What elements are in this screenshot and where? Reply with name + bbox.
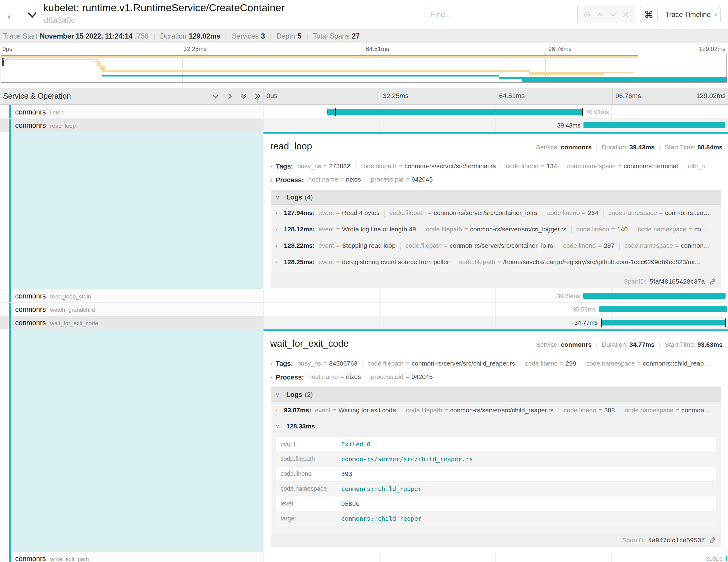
logs-header[interactable]: ∨Logs(4): [271, 190, 721, 205]
tags-row[interactable]: › Tags: busy_ns=273882code.filepath=conm…: [270, 162, 723, 170]
tags-row[interactable]: › Tags: busy_ns=34506763code.filepath=co…: [270, 360, 723, 368]
link-icon[interactable]: [709, 278, 716, 285]
span-row-listen: conmonrslisten 70.91ms: [0, 105, 728, 119]
minimap-span-block: [499, 77, 726, 79]
log-timestamp: 127.94ms:: [284, 209, 315, 216]
collapse-trace-header-button[interactable]: [27, 12, 38, 20]
expand-one-icon[interactable]: [226, 92, 234, 100]
field-separator: [421, 225, 421, 233]
field-separator: [542, 209, 542, 217]
span-bar[interactable]: [583, 122, 725, 128]
find-input[interactable]: [425, 6, 577, 23]
log-entry-expanded[interactable]: ∨128.33ms: [271, 418, 721, 434]
field-separator: [603, 209, 604, 217]
log-entry[interactable]: ›127.94ms:event=Read 4 bytescode.filepat…: [271, 205, 721, 221]
trace-minimap[interactable]: [1, 54, 727, 83]
span-name-cell[interactable]: conmonrswatch_grandchild: [0, 303, 264, 316]
process-row[interactable]: › Process: host.name=nixosprocess.pid=94…: [270, 373, 723, 381]
span-timeline-cell[interactable]: 39.43ms: [264, 119, 728, 132]
field-key: host.name: [308, 373, 338, 380]
keyboard-shortcuts-button[interactable]: ⌘: [640, 6, 658, 23]
command-icon: ⌘: [644, 9, 654, 20]
span-timeline-cell[interactable]: 39.69ms: [264, 289, 728, 303]
collapse-all-icon[interactable]: [240, 92, 248, 100]
span-name-cell[interactable]: conmonrslisten: [0, 105, 264, 119]
process-list: host.name=nixosprocess.pid=942045: [308, 176, 433, 184]
column-resizer-handle[interactable]: [257, 97, 262, 103]
equals-sign: =: [336, 258, 340, 266]
log-fields: event=Stopping read loopcode.filepath=co…: [318, 242, 710, 250]
field-key: process.pid: [371, 373, 403, 380]
service-name: conmonrs: [15, 108, 46, 116]
log-marker: [601, 318, 602, 327]
back-button[interactable]: ←: [0, 0, 24, 29]
field-key: code.filepath: [367, 360, 403, 367]
span-bar[interactable]: [726, 556, 727, 561]
span-bar[interactable]: [327, 109, 583, 115]
total-spans-label: Total Spans: [313, 32, 349, 40]
chevron-right-icon: ›: [270, 360, 272, 367]
log-entry[interactable]: ›128.22ms:event=Stopping read loopcode.f…: [271, 237, 721, 254]
timeline-table-header: Service & Operation 0μs 32.25ms 64.51ms …: [0, 88, 728, 105]
span-name-cell[interactable]: conmonrsread_loop_stdin: [0, 289, 264, 303]
span-timeline-cell[interactable]: 34.77ms: [264, 316, 728, 329]
log-timestamp: 93.87ms:: [284, 407, 311, 414]
link-icon[interactable]: [709, 536, 716, 544]
field-value: conmonrs::terminal: [624, 162, 678, 169]
process-label: Process:: [276, 373, 304, 381]
tags-list: busy_ns=273882code.filepath=conmon-rs/se…: [297, 162, 711, 170]
spanid-row: SpanID: 4a947cfd1ce59537: [271, 533, 721, 547]
logs-header[interactable]: ∨Logs(2): [271, 388, 721, 402]
field-value: deregistering event source from poller: [342, 258, 449, 266]
log-entry[interactable]: ›128.25ms:event=deregistering event sour…: [271, 254, 721, 270]
span-name-cell[interactable]: conmonrswrite_exit_path: [0, 552, 264, 562]
span-bar[interactable]: [583, 293, 726, 299]
field-key: code.namespace: [624, 242, 673, 249]
log-entry[interactable]: ›93.87ms:event=Waiting for exit codecode…: [271, 402, 721, 418]
span-row-wait-for-exit-code: conmonrswait_for_exit_code 34.77ms: [0, 316, 728, 329]
log-marker: [582, 108, 583, 116]
equals-sign: =: [340, 373, 344, 380]
equals-sign: =: [428, 209, 431, 216]
close-icon[interactable]: [622, 11, 629, 18]
span-timeline-cell[interactable]: 35.58ms: [264, 303, 728, 316]
field-key: code.lineno: [563, 242, 596, 249]
minimap-span-block: [1, 56, 638, 58]
log-marker: [328, 108, 328, 116]
target-icon[interactable]: [583, 11, 591, 19]
view-dropdown[interactable]: Trace Timeline ∨: [662, 6, 721, 23]
minimap-span-block: [100, 66, 105, 70]
equals-sign: =: [336, 242, 340, 249]
duration-label: 34.77ms: [574, 319, 598, 326]
log-field-key: code.lineno: [281, 470, 341, 478]
minimap-span-block: [97, 62, 101, 66]
span-bar[interactable]: [599, 306, 727, 312]
field-key: code.filepath: [360, 162, 396, 169]
span-bar[interactable]: [601, 320, 726, 325]
timeline-tick: 32.25ms: [383, 92, 408, 100]
minimap-tick: 129.02ms: [699, 46, 726, 53]
chevron-up-icon[interactable]: [597, 11, 604, 18]
field-key: busy_ns: [297, 162, 321, 169]
span-timeline-cell[interactable]: 303μs: [264, 552, 728, 562]
log-field-value: conmonrs::child_reaper: [341, 515, 422, 522]
field-value: 140: [617, 226, 628, 233]
span-name-cell[interactable]: conmonrsread_loop: [0, 119, 264, 132]
total-spans-value: 27: [352, 32, 360, 40]
span-name-cell[interactable]: conmonrswait_for_exit_code: [0, 316, 264, 329]
field-separator: [620, 406, 620, 414]
equals-sign: =: [560, 360, 563, 367]
field-key: code.namespace: [608, 209, 657, 216]
equals-sign: =: [598, 242, 601, 249]
collapse-one-icon[interactable]: [212, 92, 220, 100]
process-row[interactable]: › Process: host.name=nixosprocess.pid=94…: [270, 176, 723, 184]
field-value: conmon-rs/server/src/terminal.rs: [404, 162, 496, 169]
span-title: read_loop: [270, 141, 536, 152]
chevron-down-icon[interactable]: [609, 11, 617, 18]
log-fields: event=deregistering event source from po…: [318, 258, 701, 266]
field-key: code.namespace: [625, 407, 673, 414]
equals-sign: =: [336, 209, 340, 216]
log-entry[interactable]: ›128.12ms:event=Wrote log line of length…: [271, 221, 721, 237]
chevron-right-icon: ›: [270, 163, 272, 170]
span-timeline-cell[interactable]: 70.91ms: [264, 105, 728, 119]
